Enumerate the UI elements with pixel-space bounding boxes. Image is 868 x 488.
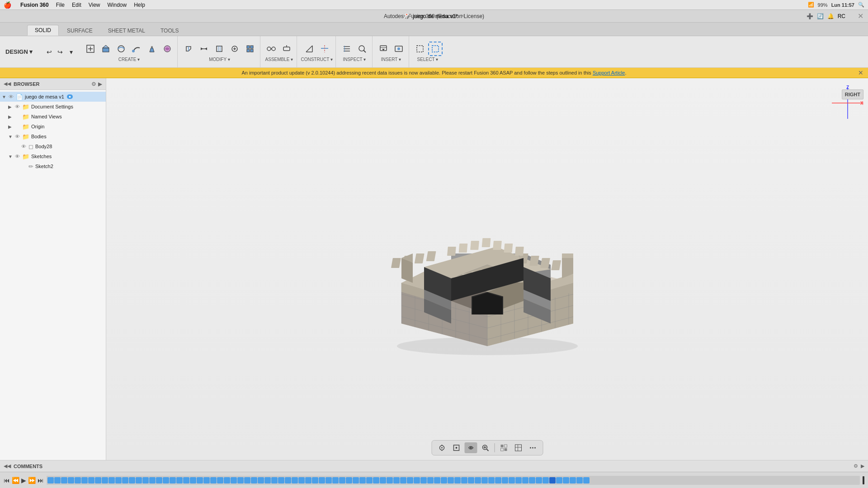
timeline-start-btn[interactable]: ⏮ <box>4 477 10 484</box>
timeline-step-77[interactable] <box>570 477 576 483</box>
timeline-step-43[interactable] <box>339 477 345 483</box>
apple-menu[interactable]: 🍎 <box>4 1 11 9</box>
timeline-step-15[interactable] <box>149 477 156 483</box>
inspect-label[interactable]: INSPECT ▾ <box>343 57 366 62</box>
timeline-step-28[interactable] <box>237 477 244 483</box>
timeline-step-34[interactable] <box>278 477 284 483</box>
notification-icon[interactable]: 🔔 <box>827 13 834 19</box>
timeline-step-35[interactable] <box>285 477 291 483</box>
modify-btn1[interactable] <box>181 42 196 56</box>
timeline-step-59[interactable] <box>448 477 454 483</box>
timeline-step-25[interactable] <box>217 477 223 483</box>
timeline-step-30[interactable] <box>251 477 257 483</box>
timeline-step-61[interactable] <box>461 477 467 483</box>
timeline-step-64[interactable] <box>481 477 488 483</box>
wifi-icon[interactable]: 📶 <box>808 2 814 8</box>
timeline-step-47[interactable] <box>366 477 373 483</box>
timeline-step-9[interactable] <box>108 477 115 483</box>
construct-btn1[interactable] <box>302 42 316 56</box>
menu-file[interactable]: File <box>52 2 68 8</box>
undo-history-btn[interactable]: ▾ <box>66 47 76 57</box>
timeline-step-50[interactable] <box>387 477 393 483</box>
design-button[interactable]: DESIGN ▾ <box>2 47 36 57</box>
timeline-step-22[interactable] <box>197 477 203 483</box>
add-tab-btn[interactable]: ➕ <box>807 13 813 19</box>
snap-viewport-btn[interactable] <box>435 442 448 453</box>
timeline-step-12[interactable] <box>129 477 135 483</box>
timeline-step-5[interactable] <box>81 477 88 483</box>
assemble-btn2[interactable] <box>279 42 294 56</box>
timeline-step-52[interactable] <box>400 477 406 483</box>
menu-edit[interactable]: Edit <box>68 2 85 8</box>
timeline-step-74[interactable] <box>549 477 556 483</box>
timeline-step-76[interactable] <box>563 477 569 483</box>
new-component-btn[interactable] <box>83 42 98 56</box>
user-icon[interactable]: RC <box>838 13 845 19</box>
undo-button[interactable]: ↩ <box>44 47 54 57</box>
timeline-step-65[interactable] <box>488 477 495 483</box>
modify-label[interactable]: MODIFY ▾ <box>209 57 230 62</box>
timeline-step-51[interactable] <box>393 477 400 483</box>
select-label[interactable]: SELECT ▾ <box>417 57 439 62</box>
timeline-step-33[interactable] <box>271 477 278 483</box>
timeline-step-62[interactable] <box>468 477 474 483</box>
timeline-step-24[interactable] <box>210 477 217 483</box>
viewport[interactable]: Z X RIGHT <box>106 78 868 460</box>
timeline-step-7[interactable] <box>95 477 101 483</box>
eye-root[interactable]: 👁 <box>9 94 14 99</box>
timeline-step-46[interactable] <box>359 477 366 483</box>
select-btn2[interactable] <box>428 42 443 56</box>
support-article-link[interactable]: Support Article <box>593 70 625 75</box>
menu-window[interactable]: Window <box>104 2 131 8</box>
timeline-step-4[interactable] <box>75 477 81 483</box>
timeline-step-69[interactable] <box>515 477 522 483</box>
create-label[interactable]: CREATE ▾ <box>118 57 140 62</box>
timeline-step-11[interactable] <box>122 477 128 483</box>
timeline-step-26[interactable] <box>224 477 230 483</box>
orbit-viewport-btn[interactable] <box>464 442 477 453</box>
tree-item-body28[interactable]: ▶ 👁 ◻ Body28 <box>0 141 106 151</box>
timeline-step-2[interactable] <box>61 477 67 483</box>
insert-btn1[interactable] <box>376 42 391 56</box>
revolve-btn[interactable] <box>114 42 128 56</box>
timeline-step-67[interactable] <box>502 477 508 483</box>
timeline-step-57[interactable] <box>434 477 440 483</box>
inspect-btn2[interactable] <box>355 42 369 56</box>
document-tab-title[interactable]: juego de mesa v1* <box>413 13 458 19</box>
timeline-step-27[interactable] <box>231 477 237 483</box>
select-btn1[interactable] <box>413 42 427 56</box>
timeline-step-54[interactable] <box>414 477 420 483</box>
sweep-btn[interactable] <box>129 42 144 56</box>
modify-btn3[interactable] <box>212 42 226 56</box>
timeline-step-53[interactable] <box>407 477 413 483</box>
display-mode-btn[interactable] <box>497 442 510 453</box>
grid-viewport-btn[interactable] <box>512 442 524 453</box>
timeline-step-39[interactable] <box>312 477 318 483</box>
comments-settings-icon[interactable]: ⚙ <box>854 463 858 469</box>
tab-tools[interactable]: TOOLS <box>153 26 186 36</box>
timeline-step-20[interactable] <box>183 477 189 483</box>
timeline-step-78[interactable] <box>576 477 583 483</box>
fit-viewport-btn[interactable] <box>450 442 462 453</box>
construct-btn2[interactable] <box>317 42 332 56</box>
timeline-step-16[interactable] <box>156 477 162 483</box>
tree-item-named-views[interactable]: ▶ 👁 📁 Named Views <box>0 112 106 122</box>
tree-item-sketch2[interactable]: ▶ 👁 ✏ Sketch2 <box>0 161 106 171</box>
menu-view[interactable]: View <box>85 2 104 8</box>
timeline-step-38[interactable] <box>305 477 311 483</box>
timeline-step-23[interactable] <box>203 477 210 483</box>
browser-collapse-icon[interactable]: ◀◀ <box>4 81 11 87</box>
timeline-step-63[interactable] <box>475 477 481 483</box>
tree-item-doc-settings[interactable]: ▶ 👁 📁 Document Settings <box>0 102 106 112</box>
timeline-step-68[interactable] <box>509 477 515 483</box>
loft-btn[interactable] <box>145 42 159 56</box>
timeline-step-56[interactable] <box>427 477 434 483</box>
eye-bodies[interactable]: 👁 <box>15 134 20 139</box>
timeline-step-48[interactable] <box>373 477 379 483</box>
banner-close-btn[interactable]: ✕ <box>858 69 863 76</box>
modify-btn4[interactable] <box>227 42 242 56</box>
browser-settings-icon[interactable]: ⚙ <box>91 81 96 87</box>
timeline-step-0[interactable] <box>47 477 54 483</box>
timeline-step-70[interactable] <box>522 477 528 483</box>
construct-label[interactable]: CONSTRUCT ▾ <box>301 57 332 62</box>
